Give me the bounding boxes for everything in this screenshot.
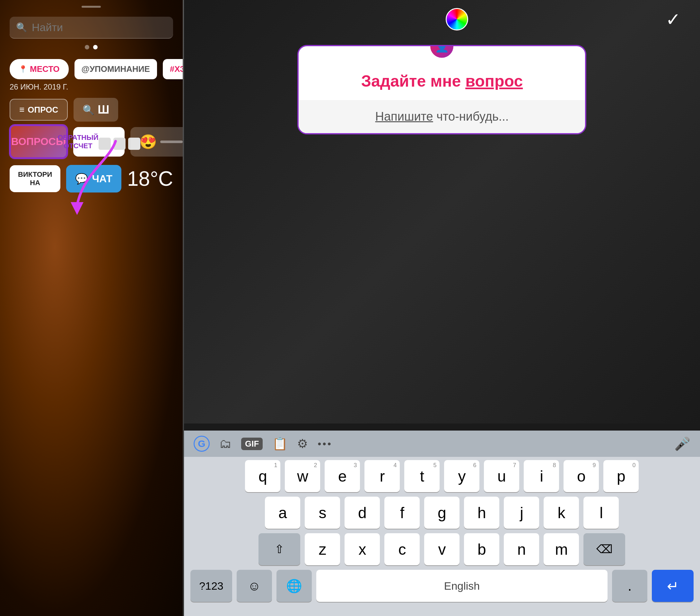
emoji-face: 😍	[139, 133, 157, 150]
key-j[interactable]: j	[504, 497, 539, 529]
page-dots	[0, 45, 183, 49]
avatar-emoji: 👤	[435, 45, 449, 53]
keyboard: G 🗂 GIF 📋 ⚙ ••• 🎤 1q 2w	[184, 431, 700, 616]
key-f[interactable]: f	[384, 497, 420, 529]
settings-button[interactable]: ⚙	[297, 437, 308, 451]
key-x[interactable]: x	[345, 533, 380, 565]
key-b[interactable]: b	[464, 533, 499, 565]
sticker-row-3: ВОПРОСЫ ОБРАТНЫЙ ОТСЧЕТ 😍	[0, 125, 183, 158]
widget-placeholder: Напишите что-нибудь...	[311, 110, 572, 124]
key-k[interactable]: k	[543, 497, 579, 529]
widget-header: 👤 Задайте мне вопрос	[299, 46, 585, 100]
key-row-1: 1q 2w 3e 4r 5t 6y 7u 8i 9o 0p	[190, 460, 693, 492]
key-row-3: ⇧ z x c v b n m ⌫	[190, 533, 693, 565]
key-m[interactable]: m	[543, 533, 579, 565]
emoji-slider-line	[160, 141, 183, 143]
sticker-hashtag[interactable]: #ХЭШТЕГ	[163, 59, 183, 79]
sticker-obratny-label: ОБРАТНЫЙ ОТСЧЕТ	[58, 133, 98, 150]
drag-handle[interactable]	[82, 6, 101, 8]
google-button[interactable]: G	[193, 436, 210, 452]
sticker-opros[interactable]: ОПРОС	[10, 99, 68, 120]
sticker-opros-label: ОПРОС	[28, 105, 58, 115]
key-h[interactable]: h	[464, 497, 499, 529]
key-y[interactable]: 6y	[444, 460, 479, 492]
key-e[interactable]: 3e	[325, 460, 360, 492]
widget-placeholder-suffix: что-нибудь...	[433, 110, 509, 123]
key-c[interactable]: c	[384, 533, 420, 565]
question-widget: 👤 Задайте мне вопрос Напишите что-нибудь…	[297, 45, 586, 134]
search-bar[interactable]: 🔍	[10, 17, 173, 38]
date-label: 26 ИЮН. 2019 Г.	[10, 82, 183, 91]
search-input[interactable]	[32, 21, 167, 34]
keyboard-rows: 1q 2w 3e 4r 5t 6y 7u 8i 9o 0p a s d f g …	[184, 457, 700, 602]
sticker-button[interactable]: 🗂	[219, 437, 232, 451]
period-label: .	[628, 578, 632, 594]
widget-title-underlined: вопрос	[465, 72, 523, 90]
space-label: English	[444, 580, 480, 592]
gif-button[interactable]: GIF	[241, 438, 263, 450]
sticker-temp-label: 18°C	[127, 167, 173, 191]
key-r[interactable]: 4r	[364, 460, 400, 492]
user-avatar: 👤	[429, 45, 455, 59]
key-t[interactable]: 5t	[404, 460, 440, 492]
sticker-chat[interactable]: 💬 ЧАТ	[66, 165, 121, 192]
key-globe[interactable]: 🌐	[276, 570, 312, 602]
sticker-search-q[interactable]: 🔍 Ш	[74, 98, 118, 121]
key-enter[interactable]: ↵	[652, 570, 693, 602]
widget-input-area[interactable]: Напишите что-нибудь...	[299, 100, 585, 133]
sticker-mention[interactable]: @УПОМИНАНИЕ	[75, 59, 157, 79]
backspace-icon: ⌫	[596, 542, 613, 556]
key-i[interactable]: 8i	[524, 460, 559, 492]
clipboard-button[interactable]: 📋	[272, 437, 287, 451]
key-period[interactable]: .	[612, 570, 647, 602]
sticker-viktorina-label: ВИКТОРИ НА	[16, 170, 54, 187]
key-l[interactable]: l	[584, 497, 619, 529]
key-space[interactable]: English	[316, 570, 608, 602]
key-q[interactable]: 1q	[245, 460, 280, 492]
mic-icon: 🎤	[674, 437, 690, 451]
key-z[interactable]: z	[305, 533, 340, 565]
sticker-icon: 🗂	[219, 437, 232, 451]
key-g[interactable]: g	[424, 497, 460, 529]
key-emoji[interactable]: ☺	[237, 570, 272, 602]
num-label: ?123	[199, 580, 224, 592]
svg-marker-0	[71, 202, 84, 215]
key-w[interactable]: 2w	[285, 460, 320, 492]
globe-icon: 🌐	[286, 578, 302, 593]
key-backspace[interactable]: ⌫	[584, 533, 625, 565]
enter-icon: ↵	[667, 578, 679, 594]
key-n[interactable]: n	[504, 533, 539, 565]
key-o[interactable]: 9o	[564, 460, 599, 492]
key-v[interactable]: v	[424, 533, 460, 565]
sticker-obratny[interactable]: ОБРАТНЫЙ ОТСЧЕТ	[73, 127, 125, 157]
sticker-location[interactable]: МЕСТО	[10, 59, 69, 79]
key-123[interactable]: ?123	[190, 570, 232, 602]
more-button[interactable]: •••	[317, 438, 332, 450]
key-shift[interactable]: ⇧	[259, 533, 300, 565]
dot-1	[85, 45, 89, 49]
sticker-row-1: МЕСТО @УПОМИНАНИЕ #ХЭШТЕГ	[0, 59, 183, 79]
sticker-row-4: ВИКТОРИ НА 💬 ЧАТ 18°C	[0, 165, 183, 192]
sticker-temp[interactable]: 18°C	[127, 167, 173, 191]
key-u[interactable]: 7u	[484, 460, 519, 492]
sticker-chat-label: ЧАТ	[92, 173, 112, 185]
left-content: 🔍 МЕСТО @УПОМИНАНИЕ #ХЭШТЕГ 26 ИЮН. 2019…	[0, 0, 183, 616]
search-icon: 🔍	[16, 22, 27, 33]
key-s[interactable]: s	[305, 497, 340, 529]
right-panel: ✓ 👤 Задайте мне вопрос Напишите что-нибу…	[184, 0, 700, 616]
sticker-viktorina[interactable]: ВИКТОРИ НА	[10, 165, 60, 192]
chat-bubble-icon: 💬	[75, 172, 88, 185]
sticker-location-label: МЕСТО	[30, 64, 60, 74]
dot-2	[93, 45, 98, 49]
mic-button[interactable]: 🎤	[674, 436, 690, 451]
key-p[interactable]: 0p	[603, 460, 639, 492]
key-d[interactable]: d	[345, 497, 380, 529]
done-button[interactable]: ✓	[666, 9, 681, 30]
emoji-icon: ☺	[248, 579, 261, 593]
sticker-emoji-slider[interactable]: 😍	[130, 127, 183, 157]
widget-title: Задайте мне вопрос	[311, 72, 572, 94]
sticker-mention-label: @УПОМИНАНИЕ	[82, 64, 150, 74]
color-wheel-button[interactable]	[446, 8, 468, 30]
shift-icon: ⇧	[275, 542, 284, 556]
key-a[interactable]: a	[265, 497, 300, 529]
